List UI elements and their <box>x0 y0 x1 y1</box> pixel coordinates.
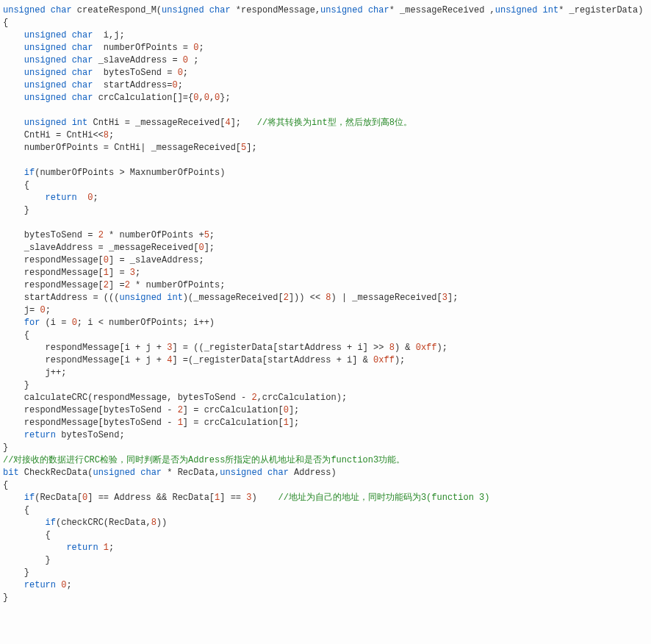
token-p: respondMessage[bytesToSend - <box>3 405 178 415</box>
token-n: 1 <box>284 418 289 428</box>
token-k: unsigned <box>24 68 67 78</box>
token-p <box>46 5 51 15</box>
code-line: { <box>3 18 8 28</box>
code-line: return 1; <box>3 543 114 553</box>
token-p <box>66 30 71 40</box>
code-line: //对接收的数据进行CRC检验，同时判断是否为Address所指定的从机地址和是… <box>3 455 405 465</box>
token-p: (numberOfPoints > MaxnumberOfPoints) <box>35 168 225 178</box>
code-line: } <box>3 568 29 578</box>
token-n: 0 <box>284 405 289 415</box>
token-p: numberOfPoints = CntHi| _messageReceived… <box>3 143 241 153</box>
token-p: ); <box>395 355 405 365</box>
token-p: j++; <box>3 368 66 378</box>
token-n: 0 <box>104 255 109 265</box>
code-line: { <box>3 505 29 515</box>
code-line: { <box>3 530 51 540</box>
token-p: ]; <box>231 118 257 128</box>
token-n: 0 <box>40 305 45 315</box>
token-p: } <box>3 555 51 565</box>
token-p: )(_messageReceived[ <box>183 293 284 303</box>
token-p <box>537 5 542 15</box>
code-line: unsigned char i,j; <box>3 30 125 40</box>
token-c: //对接收的数据进行CRC检验，同时判断是否为Address所指定的从机地址和是… <box>3 455 405 465</box>
token-p: calculateCRC(respondMessage, bytesToSend… <box>3 393 251 403</box>
token-p: ]; <box>289 418 299 428</box>
token-k: return <box>24 430 56 440</box>
token-p <box>3 580 24 590</box>
token-n: 8 <box>151 518 157 528</box>
token-n: 1 <box>178 418 183 428</box>
code-line: } <box>3 205 29 215</box>
token-p <box>3 318 24 328</box>
token-n: 0 <box>72 318 77 328</box>
token-k: unsigned <box>24 118 67 128</box>
token-p: { <box>3 480 8 490</box>
token-k: char <box>51 5 72 15</box>
token-k: char <box>368 5 389 15</box>
token-p: ; <box>183 68 188 78</box>
code-line: unsigned char startAddress=0; <box>3 80 183 90</box>
token-k: return <box>46 193 77 203</box>
token-p: ; <box>66 580 71 590</box>
token-n: 8 <box>326 293 331 303</box>
token-p: } <box>3 568 29 578</box>
token-p: CntHi = _messageReceived[ <box>87 118 225 128</box>
token-k: unsigned <box>24 43 67 53</box>
code-line: j= 0; <box>3 305 51 315</box>
token-k: char <box>72 68 93 78</box>
token-n: 3 <box>442 293 447 303</box>
token-p <box>262 468 267 478</box>
token-p: * _messageReceived , <box>389 5 495 15</box>
token-n: 0 <box>178 68 183 78</box>
token-p: * numberOfPoints; <box>130 280 226 290</box>
code-line: return bytesToSend; <box>3 430 125 440</box>
code-line: { <box>3 480 8 490</box>
token-p: ; <box>109 130 114 140</box>
token-k: char <box>72 43 93 53</box>
code-block: unsigned char createRespond_M(unsigned c… <box>3 4 648 604</box>
token-p: (checkCRC(RecData, <box>56 518 151 528</box>
token-k: char <box>72 80 93 90</box>
code-line: calculateCRC(respondMessage, bytesToSend… <box>3 393 347 403</box>
token-k: return <box>24 580 56 590</box>
token-p: { <box>3 18 8 28</box>
token-p: , <box>198 93 204 103</box>
token-p <box>3 118 24 128</box>
token-n: 2 <box>125 280 130 290</box>
token-n: 2 <box>104 280 109 290</box>
token-k: unsigned <box>24 93 67 103</box>
token-k: unsigned <box>3 5 46 15</box>
token-p: ) <box>251 493 278 503</box>
token-k: unsigned <box>24 30 67 40</box>
token-n: 2 <box>251 393 256 403</box>
token-p: createRespond_M( <box>72 5 162 15</box>
token-n: 1 <box>104 543 109 553</box>
code-line: } <box>3 380 29 390</box>
token-p: , <box>209 93 215 103</box>
code-line: respondMessage[1] = 3; <box>3 268 140 278</box>
token-p: ; <box>198 43 204 53</box>
token-p: _slaveAddress = <box>93 55 182 65</box>
token-p: } <box>3 593 8 603</box>
token-p <box>66 43 71 53</box>
code-line: respondMessage[2] =2 * numberOfPoints; <box>3 280 225 290</box>
token-k: unsigned <box>320 5 363 15</box>
token-p: ] = crcCalculation[ <box>183 405 284 415</box>
token-n: 0 <box>204 93 209 103</box>
code-line: unsigned char crcCalculation[]={0,0,0}; <box>3 93 231 103</box>
token-p: ; <box>209 230 215 240</box>
token-p <box>3 493 24 503</box>
token-p: { <box>3 530 51 540</box>
token-p: ])) << <box>289 293 326 303</box>
token-p: { <box>3 505 29 515</box>
token-p <box>66 55 71 65</box>
token-p: ] = crcCalculation[ <box>183 418 284 428</box>
token-p: ]; <box>447 293 458 303</box>
token-p: ] = _slaveAddress; <box>109 255 204 265</box>
token-p: respondMessage[ <box>3 268 104 278</box>
token-k: char <box>140 468 162 478</box>
token-p: ]; <box>246 143 256 153</box>
token-n: 0xff <box>373 355 395 365</box>
token-k: for <box>24 318 40 328</box>
code-line: unsigned char _slaveAddress = 0 ; <box>3 55 198 65</box>
